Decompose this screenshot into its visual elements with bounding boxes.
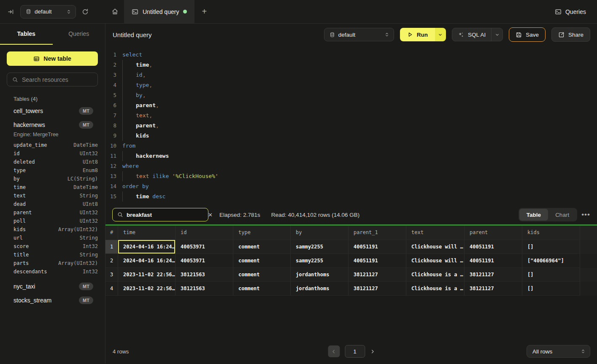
table-cell[interactable]: jordanthoms (291, 268, 348, 282)
sidebar-search[interactable] (7, 73, 98, 86)
run-database-selector[interactable]: default (324, 28, 394, 41)
prev-page-icon[interactable] (328, 345, 340, 357)
line-number: 13 (105, 171, 122, 181)
column-header-num[interactable]: # (105, 226, 118, 240)
table-cell[interactable]: 40051191 (348, 254, 406, 268)
more-options-icon[interactable]: ••• (581, 210, 590, 219)
view-toggle-table[interactable]: Table (519, 209, 548, 221)
table-cell[interactable]: ["40066964"] (522, 254, 580, 268)
page-number-input[interactable]: 1 (345, 345, 365, 358)
table-cell[interactable]: 2024-04-16 16:24… (118, 240, 176, 254)
table-cell[interactable]: comment (233, 268, 291, 282)
new-table-button[interactable]: New table (7, 51, 98, 66)
token: text (136, 173, 149, 179)
home-icon[interactable] (105, 0, 124, 23)
table-item-hackernews[interactable]: hackernewsMT (0, 118, 105, 132)
column-header-id[interactable]: id (176, 226, 233, 240)
share-button[interactable]: Share (551, 27, 590, 42)
row-number[interactable]: 3 (105, 268, 118, 282)
table-cell[interactable]: 40053971 (176, 254, 233, 268)
column-name: type (14, 167, 26, 173)
table-cell[interactable]: comment (233, 240, 291, 254)
clear-search-icon[interactable]: ✕ (207, 212, 213, 218)
row-number[interactable]: 2 (105, 254, 118, 268)
sql-ai-chevron-icon[interactable] (491, 28, 502, 41)
engine-badge: MT (79, 283, 93, 290)
read-stat: Read: 40,414,102 rows (14.06 GB) (271, 212, 359, 218)
queries-button[interactable]: Queries (555, 8, 586, 15)
code-content: kids (122, 131, 149, 141)
table-cell[interactable]: [] (522, 282, 580, 296)
results-search-input[interactable] (127, 212, 203, 218)
table-cell[interactable]: comment (233, 282, 291, 296)
table-cell[interactable]: Clickhouse is a … (406, 268, 465, 282)
tab-untitled-query[interactable]: Untitled query (124, 0, 194, 23)
table-cell[interactable]: 40051191 (348, 240, 406, 254)
table-cell[interactable]: sammy2255 (291, 254, 348, 268)
table-cell[interactable]: 2024-04-16 16:24… (118, 254, 176, 268)
token: , (156, 122, 159, 129)
share-label: Share (568, 32, 583, 38)
table-cell[interactable]: 38121563 (176, 282, 233, 296)
sidebar-search-input[interactable] (22, 76, 98, 83)
next-page-icon[interactable] (370, 349, 375, 354)
table-cell[interactable]: comment (233, 254, 291, 268)
column-header-parent_1[interactable]: parent_1 (348, 226, 406, 240)
column-name: id (14, 151, 19, 156)
table-cell[interactable]: 38121127 (348, 282, 406, 296)
column-header-by[interactable]: by (291, 226, 348, 240)
console-icon (132, 8, 138, 15)
page-size-selector[interactable]: All rows (527, 345, 590, 358)
table-cell[interactable]: [] (522, 240, 580, 254)
column-header-text[interactable]: text (406, 226, 465, 240)
sql-ai-label: SQL AI (468, 32, 486, 38)
save-button[interactable]: Save (509, 27, 546, 42)
sidebar-tab-queries[interactable]: Queries (53, 24, 105, 45)
tables-section-label: Tables (4) (14, 96, 105, 102)
column-header-type[interactable]: type (233, 226, 291, 240)
table-item-cell_towers[interactable]: cell_towersMT (0, 104, 105, 118)
table-cell[interactable]: Clickhouse will … (406, 254, 465, 268)
column-name: descendants (14, 269, 47, 275)
table-cell[interactable]: 38121563 (176, 268, 233, 282)
table-row: 12024-04-16 16:24…40053971commentsammy22… (105, 240, 597, 254)
database-selector[interactable]: default (20, 5, 76, 19)
table-cell[interactable]: jordanthoms (291, 282, 348, 296)
results-search[interactable]: ✕ (112, 208, 208, 221)
table-cell[interactable]: 38121127 (465, 282, 522, 296)
tables-list: cell_towersMThackernewsMTEngine: MergeTr… (0, 104, 105, 307)
table-cell[interactable]: Clickhouse is a … (406, 282, 465, 296)
table-cell[interactable]: Clickhouse will … (406, 240, 465, 254)
table-cell[interactable]: [] (522, 268, 580, 282)
view-toggle-chart[interactable]: Chart (548, 209, 576, 221)
run-database-value: default (338, 32, 381, 38)
engine-badge: MT (79, 297, 93, 304)
row-number[interactable]: 1 (105, 240, 118, 254)
table-grid-icon (33, 56, 40, 62)
sql-editor[interactable]: 1select2time,3id,4type,5by,6parent,7text… (105, 46, 597, 205)
collapse-sidebar-icon[interactable] (8, 8, 14, 15)
main-panel: Untitled query default (105, 24, 597, 364)
sidebar-tab-tables[interactable]: Tables (0, 24, 53, 45)
table-item-stocks_stream[interactable]: stocks_streamMT (0, 293, 105, 307)
table-item-nyc_taxi[interactable]: nyc_taxiMT (0, 279, 105, 293)
table-cell[interactable]: 40051191 (465, 254, 522, 268)
sql-ai-button[interactable]: SQL AI (452, 28, 491, 41)
refresh-icon[interactable] (82, 8, 89, 15)
table-cell[interactable]: 40053971 (176, 240, 233, 254)
column-header-time[interactable]: time (118, 226, 176, 240)
column-header-parent[interactable]: parent (465, 226, 522, 240)
table-row: 42023-11-02 22:56…38121563commentjordant… (105, 282, 597, 296)
column-type: DateTime (73, 142, 98, 148)
table-cell[interactable]: 40051191 (465, 240, 522, 254)
table-cell[interactable]: 2023-11-02 22:56… (118, 282, 176, 296)
column-header-kids[interactable]: kids (522, 226, 580, 240)
run-button[interactable]: Run (400, 28, 435, 41)
row-number[interactable]: 4 (105, 282, 118, 296)
table-cell[interactable]: 2023-11-02 22:56… (118, 268, 176, 282)
table-cell[interactable]: sammy2255 (291, 240, 348, 254)
new-tab-icon[interactable]: + (194, 0, 214, 23)
table-cell[interactable]: 38121127 (465, 268, 522, 282)
run-options-chevron-icon[interactable] (435, 28, 446, 41)
table-cell[interactable]: 38121127 (348, 268, 406, 282)
